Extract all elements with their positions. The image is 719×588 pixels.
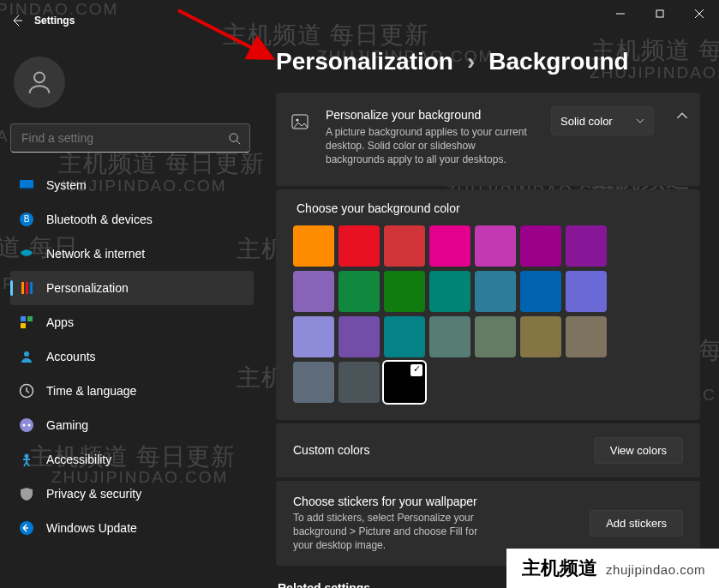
- content-area: Personalization › Background Personalize…: [276, 41, 700, 588]
- nav-label: Windows Update: [46, 521, 137, 535]
- color-swatch[interactable]: [384, 316, 425, 357]
- svg-rect-8: [26, 282, 28, 294]
- color-swatch[interactable]: [339, 362, 380, 403]
- background-type-dropdown[interactable]: Solid color: [551, 106, 654, 135]
- color-swatch[interactable]: [339, 316, 380, 357]
- stickers-title: Choose stickers for your wallpaper: [293, 495, 499, 508]
- brand-cn: 主机频道: [522, 555, 597, 581]
- svg-rect-12: [21, 323, 26, 328]
- breadcrumb-current: Background: [488, 48, 628, 75]
- swatch-title: Choose your background color: [297, 201, 683, 215]
- dropdown-value: Solid color: [560, 115, 613, 128]
- nav-label: Time & language: [46, 384, 136, 398]
- color-swatch[interactable]: [429, 225, 470, 267]
- person-icon: [25, 68, 54, 97]
- color-swatch[interactable]: [293, 271, 334, 312]
- color-swatch[interactable]: [429, 316, 470, 357]
- brand-url: zhujipindao.com: [606, 562, 705, 577]
- color-swatch[interactable]: [384, 225, 425, 267]
- nav-label: Apps: [46, 315, 74, 329]
- nav-item-personalization[interactable]: Personalization: [10, 271, 254, 305]
- svg-point-2: [230, 133, 237, 141]
- svg-point-13: [24, 351, 29, 357]
- search-box[interactable]: [10, 123, 250, 153]
- title-bar: Settings: [0, 0, 719, 41]
- color-swatch[interactable]: [520, 225, 561, 267]
- nav-item-accessibility[interactable]: Accessibility: [10, 442, 254, 477]
- nav-item-bluetooth-devices[interactable]: BBluetooth & devices: [10, 202, 254, 237]
- svg-point-16: [23, 424, 26, 427]
- close-button[interactable]: [680, 0, 719, 27]
- brand-badge: 主机频道 zhujipindao.com: [506, 549, 719, 588]
- nav-icon: [19, 349, 34, 364]
- svg-point-17: [28, 424, 31, 427]
- nav-item-apps[interactable]: Apps: [10, 305, 254, 339]
- maximize-button[interactable]: [640, 0, 680, 27]
- nav-label: Bluetooth & devices: [46, 213, 153, 226]
- minimize-button[interactable]: [601, 0, 640, 27]
- breadcrumb: Personalization › Background: [276, 48, 700, 75]
- svg-point-18: [25, 454, 29, 459]
- view-colors-button[interactable]: View colors: [594, 437, 683, 464]
- nav-label: Personalization: [46, 281, 129, 295]
- nav-label: System: [46, 178, 87, 192]
- color-swatch[interactable]: [566, 316, 607, 357]
- nav-item-windows-update[interactable]: Windows Update: [10, 511, 254, 545]
- breadcrumb-parent[interactable]: Personalization: [276, 48, 453, 75]
- svg-rect-11: [27, 316, 33, 321]
- svg-rect-0: [656, 10, 663, 17]
- nav-label: Accessibility: [46, 453, 111, 466]
- svg-rect-10: [21, 316, 26, 321]
- svg-rect-4: [20, 188, 33, 189]
- color-swatch[interactable]: [520, 316, 561, 357]
- nav-item-time-language[interactable]: Time & language: [10, 374, 254, 408]
- chevron-down-icon: [636, 117, 644, 125]
- nav-label: Privacy & security: [46, 487, 141, 501]
- svg-point-21: [296, 118, 298, 121]
- nav-icon: [19, 417, 34, 433]
- nav-item-gaming[interactable]: Gaming: [10, 408, 254, 442]
- user-avatar[interactable]: [14, 57, 65, 108]
- search-icon: [228, 132, 241, 145]
- color-swatch[interactable]: [520, 271, 561, 312]
- nav-item-privacy-security[interactable]: Privacy & security: [10, 477, 254, 511]
- color-swatch[interactable]: [293, 362, 334, 403]
- nav-label: Gaming: [46, 418, 88, 432]
- nav-icon: [19, 452, 34, 467]
- nav-item-accounts[interactable]: Accounts: [10, 339, 254, 374]
- nav-icon: [19, 177, 34, 193]
- color-swatch[interactable]: [384, 362, 425, 403]
- nav-icon: [19, 315, 34, 330]
- color-swatch[interactable]: [566, 225, 607, 267]
- personalize-background-card: Personalize your background A picture ba…: [276, 93, 700, 186]
- nav-icon: [19, 520, 34, 536]
- color-swatch[interactable]: [475, 271, 516, 312]
- back-button[interactable]: [0, 0, 34, 41]
- sidebar: SystemBBluetooth & devicesNetwork & inte…: [0, 41, 257, 545]
- svg-rect-7: [21, 282, 24, 294]
- color-swatch[interactable]: [475, 316, 516, 357]
- custom-colors-label: Custom colors: [293, 443, 369, 457]
- svg-rect-9: [30, 282, 33, 294]
- color-swatch[interactable]: [339, 225, 380, 267]
- color-swatch[interactable]: [475, 225, 516, 267]
- nav-icon: [19, 383, 34, 399]
- expand-button[interactable]: [676, 110, 688, 122]
- color-swatch[interactable]: [339, 271, 380, 312]
- add-stickers-button[interactable]: Add stickers: [590, 510, 683, 537]
- color-swatch[interactable]: [429, 271, 470, 312]
- color-swatch[interactable]: [293, 225, 334, 267]
- color-swatch[interactable]: [293, 316, 334, 357]
- nav-label: Network & internet: [46, 247, 145, 261]
- nav-item-system[interactable]: System: [10, 168, 254, 202]
- svg-text:B: B: [24, 214, 30, 224]
- nav-icon: [19, 246, 34, 261]
- svg-point-1: [34, 72, 45, 82]
- color-swatch[interactable]: [384, 271, 425, 312]
- nav-item-network-internet[interactable]: Network & internet: [10, 237, 254, 271]
- picture-icon: [291, 113, 309, 130]
- chevron-right-icon: ›: [467, 48, 475, 75]
- color-swatch[interactable]: [566, 271, 607, 312]
- nav-icon: B: [19, 212, 34, 227]
- search-input[interactable]: [20, 130, 228, 146]
